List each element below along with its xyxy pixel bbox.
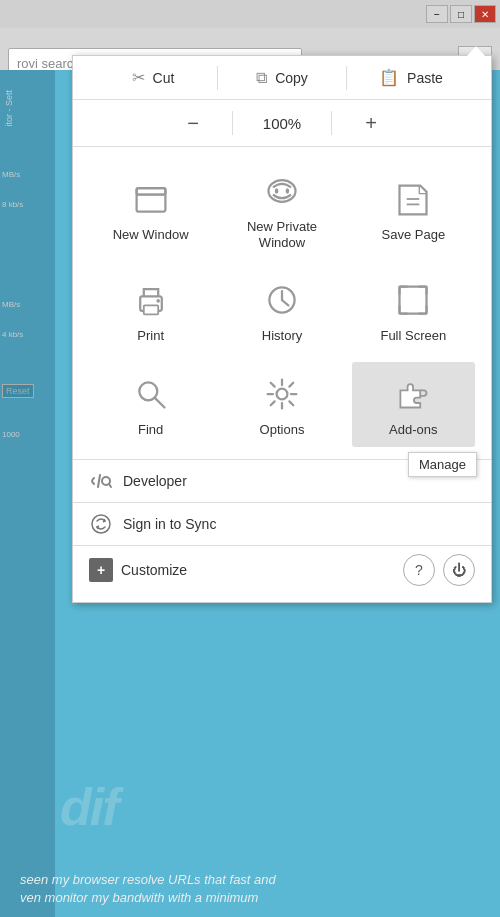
print-icon [129, 278, 173, 322]
add-ons-icon [391, 372, 435, 416]
add-ons-item[interactable]: Add-ons Manage [352, 362, 475, 448]
new-window-label: New Window [113, 227, 189, 243]
svg-rect-6 [136, 188, 165, 211]
title-bar: − □ ✕ [0, 0, 500, 28]
copy-icon: ⧉ [256, 69, 267, 87]
find-icon [129, 372, 173, 416]
manage-tooltip: Manage [408, 452, 477, 477]
save-page-item[interactable]: Save Page [352, 159, 475, 260]
restore-button[interactable]: □ [450, 5, 472, 23]
customize-item[interactable]: + Customize [89, 558, 395, 582]
cut-label: Cut [153, 70, 175, 86]
full-screen-label: Full Screen [380, 328, 446, 344]
paste-icon: 📋 [379, 68, 399, 87]
paste-label: Paste [407, 70, 443, 86]
cut-icon: ✂ [132, 68, 145, 87]
sidebar-label: itor - Sett [4, 90, 14, 127]
paste-button[interactable]: 📋 Paste [347, 64, 475, 91]
help-button[interactable]: ? [403, 554, 435, 586]
zoom-value: 100% [257, 115, 307, 132]
new-private-window-icon [260, 169, 304, 213]
customize-icon: + [89, 558, 113, 582]
new-window-icon [129, 177, 173, 221]
edit-row: ✂ Cut ⧉ Copy 📋 Paste [73, 56, 491, 100]
new-private-window-label: New Private Window [247, 219, 317, 250]
save-page-label: Save Page [382, 227, 446, 243]
options-label: Options [260, 422, 305, 438]
stat3: MB/s [2, 300, 20, 309]
sign-in-item[interactable]: Sign in to Sync [73, 502, 491, 545]
reset-button[interactable]: Reset [2, 380, 34, 398]
stat2: 8 kb/s [2, 200, 23, 209]
options-icon [260, 372, 304, 416]
menu-icons-grid: New Window New Private Window [73, 147, 491, 459]
developer-label: Developer [123, 473, 187, 489]
svg-point-16 [156, 299, 160, 303]
svg-point-24 [92, 515, 110, 533]
svg-point-11 [286, 188, 290, 193]
bottom-action-right: ? ⏻ [403, 554, 475, 586]
power-icon: ⏻ [452, 562, 466, 578]
help-icon: ? [415, 562, 423, 578]
add-ons-label: Add-ons [389, 422, 437, 438]
zoom-in-button[interactable]: + [356, 108, 386, 138]
customize-label: Customize [121, 562, 187, 578]
find-label: Find [138, 422, 163, 438]
left-sidebar: itor - Sett MB/s 8 kb/s MB/s 4 kb/s Rese… [0, 70, 55, 917]
print-item[interactable]: Print [89, 268, 212, 354]
stat4: 4 kb/s [2, 330, 23, 339]
minimize-button[interactable]: − [426, 5, 448, 23]
new-private-window-item[interactable]: New Private Window [220, 159, 343, 260]
history-item[interactable]: History [220, 268, 343, 354]
zoom-sep2 [331, 111, 332, 135]
print-label: Print [137, 328, 164, 344]
svg-line-23 [109, 484, 111, 487]
full-screen-item[interactable]: Full Screen [352, 268, 475, 354]
close-button[interactable]: ✕ [474, 5, 496, 23]
full-screen-icon [391, 278, 435, 322]
find-item[interactable]: Find [89, 362, 212, 448]
history-label: History [262, 328, 302, 344]
bottom-text: seen my browser resolve URLs that fast a… [20, 871, 490, 907]
power-button[interactable]: ⏻ [443, 554, 475, 586]
copy-label: Copy [275, 70, 308, 86]
zoom-row: − 100% + [73, 100, 491, 147]
zoom-sep [232, 111, 233, 135]
watermark: dif [60, 777, 118, 837]
stat1: MB/s [2, 170, 20, 179]
sign-in-label: Sign in to Sync [123, 516, 216, 532]
svg-rect-18 [400, 287, 427, 314]
copy-button[interactable]: ⧉ Copy [218, 65, 346, 91]
menu-arrow [467, 46, 485, 56]
svg-line-20 [154, 397, 164, 407]
cut-button[interactable]: ✂ Cut [89, 64, 217, 91]
bottom-actions: + Customize ? ⏻ [73, 545, 491, 594]
counter-label: 1000 [2, 430, 20, 439]
svg-rect-15 [143, 306, 157, 315]
options-item[interactable]: Options [220, 362, 343, 448]
dropdown-menu: ✂ Cut ⧉ Copy 📋 Paste − 100% + [72, 55, 492, 603]
svg-point-21 [277, 388, 288, 399]
zoom-out-button[interactable]: − [178, 108, 208, 138]
new-window-item[interactable]: New Window [89, 159, 212, 260]
svg-point-10 [275, 188, 279, 193]
developer-icon [89, 470, 113, 492]
sync-icon [89, 513, 113, 535]
history-icon [260, 278, 304, 322]
save-page-icon [391, 177, 435, 221]
